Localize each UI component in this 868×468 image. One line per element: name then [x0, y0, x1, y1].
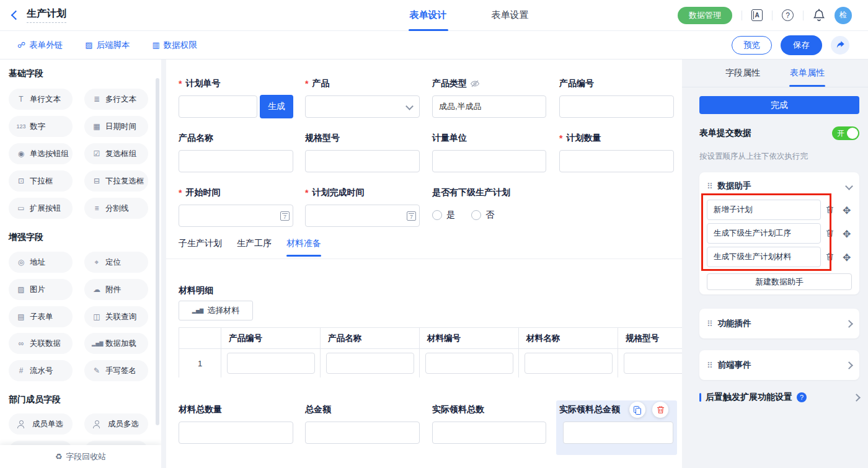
field-pill-divider[interactable]: ≡分割线 [84, 198, 148, 219]
question-icon[interactable]: ? [797, 392, 807, 402]
collapse-chevron-icon[interactable] [845, 182, 853, 190]
post-trigger-row[interactable]: 后置触发扩展功能设置 ? [699, 392, 859, 403]
cell-product-name-input[interactable] [326, 353, 414, 374]
back-icon[interactable] [11, 11, 21, 20]
share-button[interactable] [831, 36, 849, 55]
delete-assistant-button[interactable] [826, 252, 834, 261]
drag-handle-icon[interactable]: ⠿ [707, 182, 713, 190]
sidebar-scrollbar[interactable] [156, 78, 159, 425]
tab-material-prep[interactable]: 材料准备 [286, 238, 321, 257]
backend-script-item[interactable]: ▨ 后端脚本 [85, 40, 130, 51]
help-icon[interactable]: ? [782, 9, 794, 21]
drag-handle-icon[interactable]: ⠿ [707, 361, 713, 369]
field-pill-image[interactable]: ▨图片 [9, 279, 73, 300]
field-pill-attachment[interactable]: ☁附件 [84, 279, 148, 300]
cell-product-code-input[interactable] [227, 353, 315, 374]
field-pill-data-load[interactable]: ▂▅▇数据加载 [84, 333, 148, 354]
radio-option-no[interactable]: 否 [471, 210, 494, 221]
field-pill-multi-text[interactable]: ≣多行文本 [84, 89, 148, 110]
radio-option-yes[interactable]: 是 [432, 210, 455, 221]
actual-amount-input[interactable] [563, 422, 673, 444]
field-pill-member-multi[interactable]: 成员多选 [84, 413, 148, 435]
delete-field-button[interactable] [652, 402, 668, 418]
field-pill-dropdown[interactable]: ⊡下拉框 [9, 170, 73, 192]
move-assistant-icon[interactable]: ✥ [843, 205, 851, 216]
frontend-events-card[interactable]: ⠿ 前端事件 [699, 350, 859, 380]
data-permission-item[interactable]: ▥ 数据权限 [152, 40, 197, 51]
bell-icon[interactable] [813, 9, 825, 22]
field-pill-address[interactable]: ◎地址 [9, 252, 73, 273]
product-code-input[interactable] [559, 95, 674, 118]
assistant-item-gen-material[interactable]: 生成下级生产计划材料 [707, 247, 821, 267]
field-recycle-bin[interactable]: ♻ 字段回收站 [0, 445, 161, 468]
recycle-icon: ♻ [55, 452, 63, 461]
data-manage-button[interactable]: 数据管理 [678, 7, 732, 24]
done-button[interactable]: 完成 [699, 96, 859, 114]
contact-book-icon[interactable]: A [751, 9, 763, 21]
field-pill-member-single[interactable]: 成员单选 [9, 413, 73, 435]
linked-query-icon: ◫ [92, 312, 102, 321]
finish-time-input[interactable] [305, 205, 420, 227]
expand-chevron-icon[interactable] [845, 320, 853, 328]
cell-material-name-input[interactable] [525, 353, 613, 374]
submit-data-toggle[interactable]: 开 [832, 126, 859, 140]
field-pill-multi-dropdown[interactable]: ⊟下拉复选框 [84, 170, 148, 192]
tab-field-properties[interactable]: 字段属性 [725, 60, 760, 87]
page-title[interactable]: 生产计划 [27, 7, 66, 23]
divider-icon: ≡ [92, 204, 102, 213]
product-name-input[interactable] [179, 150, 293, 172]
copy-field-button[interactable] [629, 402, 645, 418]
field-pill-radio-group[interactable]: ◉单选按钮组 [9, 143, 73, 164]
expand-chevron-icon[interactable] [852, 394, 861, 402]
total-amount-input[interactable] [305, 422, 420, 444]
tab-form-settings[interactable]: 表单设置 [492, 0, 529, 31]
field-pill-linked-data[interactable]: ∞关联数据 [9, 333, 73, 354]
spec-model-input[interactable] [305, 150, 420, 172]
field-pill-datetime[interactable]: ▦日期时间 [84, 116, 148, 137]
move-assistant-icon[interactable]: ✥ [843, 228, 851, 240]
product-type-input[interactable] [432, 95, 546, 118]
unit-input[interactable] [432, 150, 546, 172]
move-assistant-icon[interactable]: ✥ [843, 252, 851, 263]
field-pill-number[interactable]: 123数字 [9, 116, 73, 137]
field-pill-serial-number[interactable]: #流水号 [9, 360, 73, 381]
cell-spec-model-input[interactable] [624, 353, 683, 374]
field-pill-extend-button[interactable]: ▭扩展按钮 [9, 198, 73, 219]
plugins-card[interactable]: ⠿ 功能插件 [699, 309, 859, 338]
material-qty-input[interactable] [179, 422, 293, 444]
save-button[interactable]: 保存 [781, 35, 822, 55]
preview-button[interactable]: 预览 [732, 36, 772, 55]
field-pill-signature[interactable]: ✎手写签名 [84, 360, 148, 381]
field-pill-single-text[interactable]: T单行文本 [9, 89, 73, 110]
tab-form-design[interactable]: 表单设计 [410, 0, 447, 31]
avatar[interactable]: 检 [835, 7, 852, 24]
drag-handle-icon[interactable]: ⠿ [707, 320, 713, 328]
data-assistant-header[interactable]: ⠿ 数据助手 [699, 172, 859, 192]
tab-form-properties[interactable]: 表单属性 [790, 60, 825, 87]
assistant-item-new-subplan[interactable]: 新增子计划 [707, 200, 821, 220]
divider [803, 11, 804, 20]
new-assistant-button[interactable]: 新建数据助手 [707, 273, 852, 290]
plan-no-input[interactable] [179, 95, 257, 118]
field-pill-checkbox-group[interactable]: ☑复选框组 [84, 143, 148, 164]
field-pill-location[interactable]: ⌖定位 [84, 252, 148, 273]
tab-production-process[interactable]: 生产工序 [237, 238, 272, 257]
start-time-input[interactable] [179, 205, 293, 227]
submit-data-row: 表单提交数据 开 [699, 126, 859, 140]
tab-sub-production-plan[interactable]: 子生产计划 [179, 238, 222, 257]
generate-button[interactable]: 生成 [260, 95, 293, 118]
delete-assistant-button[interactable] [826, 229, 834, 237]
expand-chevron-icon[interactable] [845, 361, 853, 369]
external-link-item[interactable]: ☍ 表单外链 [17, 40, 63, 51]
calendar-date-icon[interactable]: 7 [280, 211, 290, 221]
calendar-date-icon[interactable]: 7 [407, 211, 416, 221]
product-select[interactable] [305, 95, 420, 118]
plan-qty-input[interactable] [559, 150, 674, 172]
actual-qty-input[interactable] [432, 422, 546, 444]
cell-material-code-input[interactable] [425, 353, 513, 374]
field-pill-linked-query[interactable]: ◫关联查询 [84, 306, 148, 327]
field-pill-subform[interactable]: ▤子表单 [9, 306, 73, 327]
assistant-item-gen-process[interactable]: 生成下级生产计划工序 [707, 223, 821, 244]
delete-assistant-button[interactable] [826, 205, 834, 214]
select-material-button[interactable]: ▂▅▇ 选择材料 [179, 301, 253, 320]
